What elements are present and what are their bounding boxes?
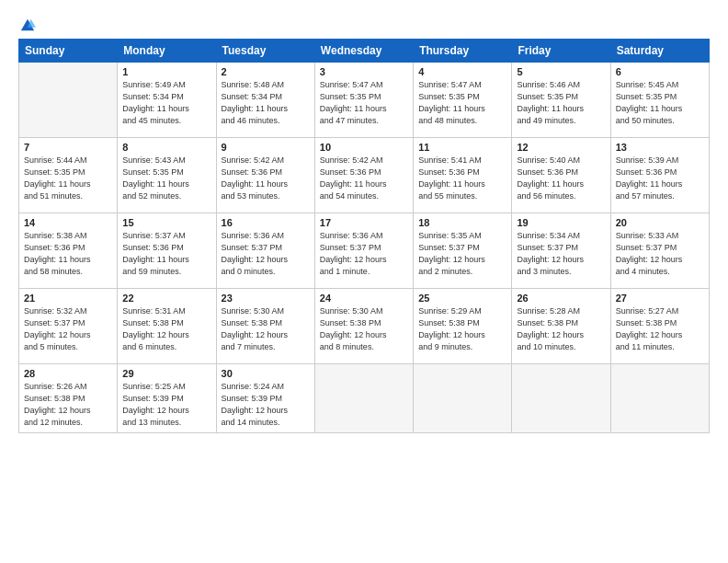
day-info: Sunrise: 5:42 AMSunset: 5:36 PMDaylight:… bbox=[320, 155, 408, 202]
weekday-friday: Friday bbox=[512, 40, 610, 63]
calendar-day: 24Sunrise: 5:30 AMSunset: 5:38 PMDayligh… bbox=[314, 289, 413, 364]
day-info: Sunrise: 5:43 AMSunset: 5:35 PMDaylight:… bbox=[122, 155, 210, 202]
day-number: 25 bbox=[418, 293, 506, 304]
day-number: 5 bbox=[517, 66, 605, 77]
day-info: Sunrise: 5:36 AMSunset: 5:37 PMDaylight:… bbox=[222, 230, 310, 278]
day-info: Sunrise: 5:49 AMSunset: 5:34 PMDaylight:… bbox=[122, 79, 210, 127]
day-info: Sunrise: 5:42 AMSunset: 5:36 PMDaylight:… bbox=[222, 155, 310, 202]
day-number: 11 bbox=[418, 142, 506, 153]
day-info: Sunrise: 5:35 AMSunset: 5:37 PMDaylight:… bbox=[418, 230, 506, 278]
day-info: Sunrise: 5:25 AMSunset: 5:39 PMDaylight:… bbox=[122, 381, 210, 429]
day-number: 8 bbox=[122, 142, 210, 153]
day-info: Sunrise: 5:30 AMSunset: 5:38 PMDaylight:… bbox=[222, 305, 310, 353]
weekday-saturday: Saturday bbox=[610, 40, 709, 63]
day-info: Sunrise: 5:45 AMSunset: 5:35 PMDaylight:… bbox=[616, 79, 704, 127]
weekday-thursday: Thursday bbox=[414, 40, 512, 63]
day-info: Sunrise: 5:47 AMSunset: 5:35 PMDaylight:… bbox=[320, 79, 408, 127]
calendar-day: 7Sunrise: 5:44 AMSunset: 5:35 PMDaylight… bbox=[19, 138, 118, 213]
day-number: 16 bbox=[222, 217, 310, 228]
day-info: Sunrise: 5:44 AMSunset: 5:35 PMDaylight:… bbox=[24, 155, 112, 202]
calendar-day: 27Sunrise: 5:27 AMSunset: 5:38 PMDayligh… bbox=[610, 289, 709, 364]
calendar-day: 1Sunrise: 5:49 AMSunset: 5:34 PMDaylight… bbox=[118, 63, 216, 138]
page: SundayMondayTuesdayWednesdayThursdayFrid… bbox=[0, 0, 728, 563]
calendar-day: 10Sunrise: 5:42 AMSunset: 5:36 PMDayligh… bbox=[314, 138, 413, 213]
weekday-tuesday: Tuesday bbox=[216, 40, 314, 63]
calendar-day: 21Sunrise: 5:32 AMSunset: 5:37 PMDayligh… bbox=[19, 289, 118, 364]
weekday-sunday: Sunday bbox=[19, 40, 118, 63]
day-number: 4 bbox=[418, 66, 506, 77]
calendar-day bbox=[414, 364, 512, 433]
calendar-week-2: 7Sunrise: 5:44 AMSunset: 5:35 PMDaylight… bbox=[19, 138, 710, 213]
day-number: 19 bbox=[517, 217, 605, 228]
day-info: Sunrise: 5:38 AMSunset: 5:36 PMDaylight:… bbox=[24, 230, 112, 278]
day-number: 22 bbox=[122, 293, 210, 304]
calendar-week-1: 1Sunrise: 5:49 AMSunset: 5:34 PMDaylight… bbox=[19, 63, 710, 138]
day-number: 9 bbox=[222, 142, 310, 153]
logo bbox=[18, 17, 36, 29]
calendar-day bbox=[512, 364, 610, 433]
header bbox=[18, 17, 710, 29]
day-info: Sunrise: 5:47 AMSunset: 5:35 PMDaylight:… bbox=[418, 79, 506, 127]
calendar-day bbox=[610, 364, 709, 433]
calendar-day: 8Sunrise: 5:43 AMSunset: 5:35 PMDaylight… bbox=[118, 138, 216, 213]
day-number: 6 bbox=[616, 66, 704, 77]
day-number: 28 bbox=[24, 368, 112, 379]
calendar-day: 11Sunrise: 5:41 AMSunset: 5:36 PMDayligh… bbox=[414, 138, 512, 213]
day-info: Sunrise: 5:37 AMSunset: 5:36 PMDaylight:… bbox=[122, 230, 210, 278]
day-number: 13 bbox=[616, 142, 704, 153]
calendar-day: 23Sunrise: 5:30 AMSunset: 5:38 PMDayligh… bbox=[216, 289, 314, 364]
logo-icon bbox=[19, 17, 36, 33]
day-info: Sunrise: 5:40 AMSunset: 5:36 PMDaylight:… bbox=[517, 155, 605, 202]
calendar-day bbox=[19, 63, 118, 138]
calendar-day: 2Sunrise: 5:48 AMSunset: 5:34 PMDaylight… bbox=[216, 63, 314, 138]
day-number: 14 bbox=[24, 217, 112, 228]
day-info: Sunrise: 5:29 AMSunset: 5:38 PMDaylight:… bbox=[418, 305, 506, 353]
day-info: Sunrise: 5:33 AMSunset: 5:37 PMDaylight:… bbox=[616, 230, 704, 278]
day-info: Sunrise: 5:32 AMSunset: 5:37 PMDaylight:… bbox=[24, 305, 112, 353]
day-info: Sunrise: 5:27 AMSunset: 5:38 PMDaylight:… bbox=[616, 305, 704, 353]
day-info: Sunrise: 5:26 AMSunset: 5:38 PMDaylight:… bbox=[24, 381, 112, 429]
calendar-day: 6Sunrise: 5:45 AMSunset: 5:35 PMDaylight… bbox=[610, 63, 709, 138]
day-number: 3 bbox=[320, 66, 408, 77]
calendar-day: 16Sunrise: 5:36 AMSunset: 5:37 PMDayligh… bbox=[216, 213, 314, 289]
day-info: Sunrise: 5:28 AMSunset: 5:38 PMDaylight:… bbox=[517, 305, 605, 353]
calendar-day: 19Sunrise: 5:34 AMSunset: 5:37 PMDayligh… bbox=[512, 213, 610, 289]
day-number: 30 bbox=[222, 368, 310, 379]
weekday-header-row: SundayMondayTuesdayWednesdayThursdayFrid… bbox=[19, 40, 710, 63]
calendar-day: 20Sunrise: 5:33 AMSunset: 5:37 PMDayligh… bbox=[610, 213, 709, 289]
calendar-day: 18Sunrise: 5:35 AMSunset: 5:37 PMDayligh… bbox=[414, 213, 512, 289]
calendar-day: 9Sunrise: 5:42 AMSunset: 5:36 PMDaylight… bbox=[216, 138, 314, 213]
calendar-week-5: 28Sunrise: 5:26 AMSunset: 5:38 PMDayligh… bbox=[19, 364, 710, 433]
calendar-day: 25Sunrise: 5:29 AMSunset: 5:38 PMDayligh… bbox=[414, 289, 512, 364]
day-info: Sunrise: 5:24 AMSunset: 5:39 PMDaylight:… bbox=[222, 381, 310, 429]
day-info: Sunrise: 5:31 AMSunset: 5:38 PMDaylight:… bbox=[122, 305, 210, 353]
calendar-day: 13Sunrise: 5:39 AMSunset: 5:36 PMDayligh… bbox=[610, 138, 709, 213]
day-number: 26 bbox=[517, 293, 605, 304]
calendar-day: 14Sunrise: 5:38 AMSunset: 5:36 PMDayligh… bbox=[19, 213, 118, 289]
day-number: 12 bbox=[517, 142, 605, 153]
weekday-monday: Monday bbox=[118, 40, 216, 63]
day-number: 21 bbox=[24, 293, 112, 304]
calendar-day: 15Sunrise: 5:37 AMSunset: 5:36 PMDayligh… bbox=[118, 213, 216, 289]
calendar-day: 26Sunrise: 5:28 AMSunset: 5:38 PMDayligh… bbox=[512, 289, 610, 364]
day-number: 10 bbox=[320, 142, 408, 153]
day-info: Sunrise: 5:46 AMSunset: 5:35 PMDaylight:… bbox=[517, 79, 605, 127]
day-number: 29 bbox=[122, 368, 210, 379]
calendar-day bbox=[314, 364, 413, 433]
day-number: 15 bbox=[122, 217, 210, 228]
day-info: Sunrise: 5:30 AMSunset: 5:38 PMDaylight:… bbox=[320, 305, 408, 353]
calendar-table: SundayMondayTuesdayWednesdayThursdayFrid… bbox=[18, 39, 710, 433]
calendar-week-4: 21Sunrise: 5:32 AMSunset: 5:37 PMDayligh… bbox=[19, 289, 710, 364]
calendar-day: 5Sunrise: 5:46 AMSunset: 5:35 PMDaylight… bbox=[512, 63, 610, 138]
day-number: 24 bbox=[320, 293, 408, 304]
day-info: Sunrise: 5:41 AMSunset: 5:36 PMDaylight:… bbox=[418, 155, 506, 202]
day-number: 23 bbox=[222, 293, 310, 304]
calendar-day: 12Sunrise: 5:40 AMSunset: 5:36 PMDayligh… bbox=[512, 138, 610, 213]
day-number: 27 bbox=[616, 293, 704, 304]
calendar-day: 17Sunrise: 5:36 AMSunset: 5:37 PMDayligh… bbox=[314, 213, 413, 289]
calendar-day: 3Sunrise: 5:47 AMSunset: 5:35 PMDaylight… bbox=[314, 63, 413, 138]
day-number: 1 bbox=[122, 66, 210, 77]
day-info: Sunrise: 5:36 AMSunset: 5:37 PMDaylight:… bbox=[320, 230, 408, 278]
day-number: 17 bbox=[320, 217, 408, 228]
calendar-day: 29Sunrise: 5:25 AMSunset: 5:39 PMDayligh… bbox=[118, 364, 216, 433]
